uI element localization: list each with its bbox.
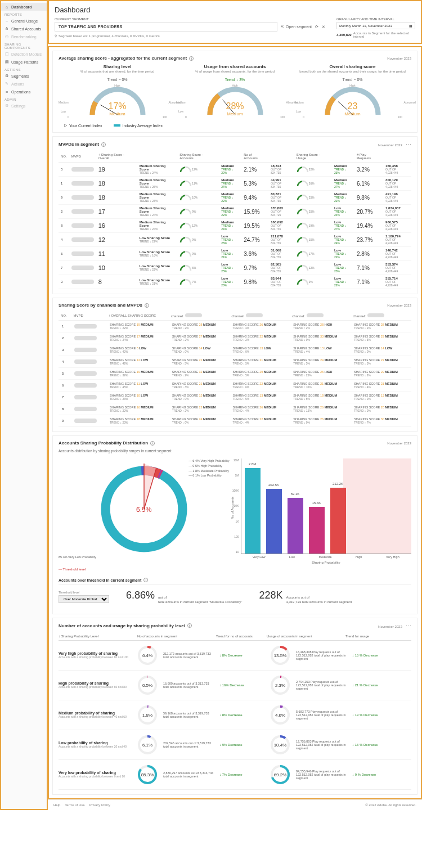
y-axis-title: No of Accounts xyxy=(231,496,234,519)
mini-gauge-icon xyxy=(297,180,309,187)
legend-current-index: ▷ Your Current Index xyxy=(64,123,102,128)
mvpd-th[interactable]: MVPD xyxy=(69,151,96,163)
page-title: Dashboard xyxy=(55,6,415,14)
mvpd-th[interactable]: No of Accounts xyxy=(241,151,268,163)
mvpd-name-placeholder xyxy=(74,371,97,376)
sidebar-item-settings[interactable]: ⚙Settings xyxy=(1,102,47,110)
segment-input[interactable]: TOP TRAFFIC AND PROVIDERS xyxy=(55,22,277,32)
mvpd-th[interactable]: Sharing Score - Usage xyxy=(294,151,332,163)
mvpd-th[interactable] xyxy=(332,151,354,163)
sidebar-item-segments[interactable]: ⚙Segments xyxy=(1,72,47,80)
prob-donut: 0.5% xyxy=(137,675,158,695)
info-icon[interactable]: i xyxy=(101,142,106,147)
bar-chart: 10M1M100K10K1K10010 No of Accounts 2.8M … xyxy=(241,458,412,554)
footer-link-terms-of-use[interactable]: Terms of Use xyxy=(65,803,84,807)
mini-gauge-icon xyxy=(297,278,309,285)
table-row: 1 18 Medium Sharing ScoreTREND ↓ 25% 11%… xyxy=(59,177,411,191)
legend-industry-index: Industry Average Index xyxy=(114,123,163,128)
channel-cell: SHARING SCORE 32 MEDIUM TREND ↓ 2% xyxy=(169,368,230,380)
info-icon[interactable]: i xyxy=(143,578,148,582)
channel-th[interactable]: ↑ OVERALL SHARING SCORE xyxy=(106,311,169,321)
table-row: 8 SHARING SCORE 16 MEDIUM TREND ↓ 22% SH… xyxy=(59,403,411,415)
mvpd-th[interactable]: Sharing Score - Accounts xyxy=(177,151,219,163)
channel-th[interactable]: channel: xyxy=(169,311,230,321)
table-row: 3 8 Low Sharing ScoreTREND ↓ 21% 7% LowT… xyxy=(59,275,411,289)
mini-gauge-icon xyxy=(297,222,309,229)
donut-label: — 0.5% High Probability xyxy=(188,464,229,469)
channel-cell: SHARING SCORE 19 MEDIUM TREND ↓ 32% xyxy=(106,368,169,380)
channel-th[interactable]: NO. xyxy=(59,311,71,321)
bar-chart-box: 10M1M100K10K1K10010 No of Accounts 2.8M … xyxy=(241,458,412,564)
sidebar-item-detection-models[interactable]: ◫Detection Models xyxy=(1,50,47,58)
mvpd-name-placeholder xyxy=(71,237,94,242)
sidebar-item-usage-patterns[interactable]: ▤Usage Patterns xyxy=(1,58,47,66)
refresh-icon[interactable]: ⟳ xyxy=(315,25,318,29)
mvpd-th[interactable]: # Play Requests xyxy=(354,151,383,163)
channel-th[interactable]: channel: xyxy=(230,311,290,321)
probability-row: Medium probability of sharingAccounts wi… xyxy=(59,700,411,730)
mvpd-th[interactable]: ↑ Sharing Score - Overall xyxy=(96,151,137,163)
pointer-icon: ▷ xyxy=(64,123,67,128)
sidebar-item-general-usage[interactable]: ~General Usage xyxy=(1,17,47,25)
open-segment-link[interactable]: ⇱ Open segment xyxy=(281,25,312,29)
channel-th[interactable]: MVPD xyxy=(71,311,106,321)
sidebar-item-dashboard[interactable]: ⌂Dashboard xyxy=(1,3,47,11)
threshold-select[interactable]: Over Moderate Probability xyxy=(59,595,109,603)
channel-th[interactable]: channel: xyxy=(351,311,411,321)
sidebar-item-icon: ⚙ xyxy=(5,104,9,108)
channel-date: November 2023 xyxy=(387,304,411,307)
mini-gauge-icon xyxy=(179,222,192,229)
channel-cell: SHARING SCORE 13 LOW TREND ↓ 4% xyxy=(290,344,351,356)
prob-th[interactable]: Trend for no of accounts xyxy=(216,635,261,638)
probability-row: Low probability of sharingAccounts with … xyxy=(59,730,411,760)
mini-gauge-icon xyxy=(179,180,192,187)
mvpd-name-placeholder xyxy=(74,419,97,423)
sidebar-item-shared-accounts[interactable]: ⋔Shared Accounts xyxy=(1,25,47,33)
channel-cell: SHARING SCORE 13 MEDIUM TREND ↓ 0% xyxy=(351,392,411,403)
threshold-pct2: 228K xyxy=(259,590,282,601)
mvpd-th[interactable] xyxy=(219,151,241,163)
donut-vl-label: 85.3% Very Low Probability xyxy=(59,555,96,559)
prob-th[interactable]: Usage of accounts in segment xyxy=(267,635,340,638)
sidebar-header: ACTIONS xyxy=(1,66,47,72)
channel-cell: SHARING SCORE 8 LOW TREND ↓ 42% xyxy=(106,344,169,356)
mvpd-th[interactable]: NO. xyxy=(59,151,69,163)
footer-link-privacy-policy[interactable]: Privacy Policy xyxy=(89,803,110,807)
prob-donut: 1.8% xyxy=(137,705,158,725)
segment-meta-icon: ⚲ xyxy=(55,34,57,38)
channel-cell: SHARING SCORE 26 MEDIUM TREND ↓ 0% xyxy=(290,415,351,427)
mvpd-title: MVPDs in segment xyxy=(59,142,99,147)
footer-link-help[interactable]: Help xyxy=(53,803,60,807)
mvpd-th[interactable] xyxy=(137,151,177,163)
main-content: Dashboard CURRENT SEGMENT TOP TRAFFIC AN… xyxy=(48,0,422,810)
prob-th[interactable]: No of accounts in segment xyxy=(137,635,210,638)
threshold-pct1: 6.86% xyxy=(126,590,155,601)
mvpd-th[interactable] xyxy=(268,151,294,163)
threshold-select-label: Threshold level xyxy=(59,591,109,594)
prob-th[interactable]: ↓ Sharing Probability Level xyxy=(59,635,132,638)
clear-icon[interactable]: ✕ xyxy=(322,25,325,29)
sidebar-item-icon: ≡ xyxy=(5,89,9,94)
sidebar: ⌂DashboardREPORTS~General Usage⋔Shared A… xyxy=(0,0,48,810)
sidebar-item-icon: ✎ xyxy=(5,82,9,86)
channel-th[interactable]: channel: xyxy=(290,311,351,321)
sidebar-item-operations[interactable]: ≡Operations xyxy=(1,88,47,96)
channel-cell: SHARING SCORE 13 MEDIUM TREND ↓ 5% xyxy=(230,392,290,403)
channel-cell: SHARING SCORE 29 MEDIUM TREND ↓ 5% xyxy=(230,368,290,380)
more-menu-icon[interactable]: ⋯ xyxy=(406,141,411,147)
bar-label: Very High xyxy=(386,555,399,559)
more-menu-icon[interactable]: ⋯ xyxy=(406,623,411,629)
mvpd-th[interactable] xyxy=(383,151,411,163)
info-icon[interactable]: i xyxy=(145,303,149,308)
sidebar-item-benchmarking[interactable]: ◷Benchmarking xyxy=(1,33,47,41)
sidebar-item-actions[interactable]: ✎Actions xyxy=(1,80,47,88)
mini-gauge-icon xyxy=(179,194,192,201)
mini-gauge-icon xyxy=(179,236,192,243)
granularity-selector[interactable]: Monthly Month 11, November 2023 ▦ xyxy=(336,22,415,29)
info-icon[interactable]: i xyxy=(187,623,192,628)
info-icon[interactable]: i xyxy=(150,441,155,446)
info-icon[interactable]: i xyxy=(189,56,194,61)
gauge-1: Usage from shared accounts % of usage fr… xyxy=(176,64,294,118)
prob-th[interactable]: Trend for usage xyxy=(345,635,390,638)
mvpd-panel: MVPDs in segment i November 2023 ⋯ NO.MV… xyxy=(52,136,417,294)
